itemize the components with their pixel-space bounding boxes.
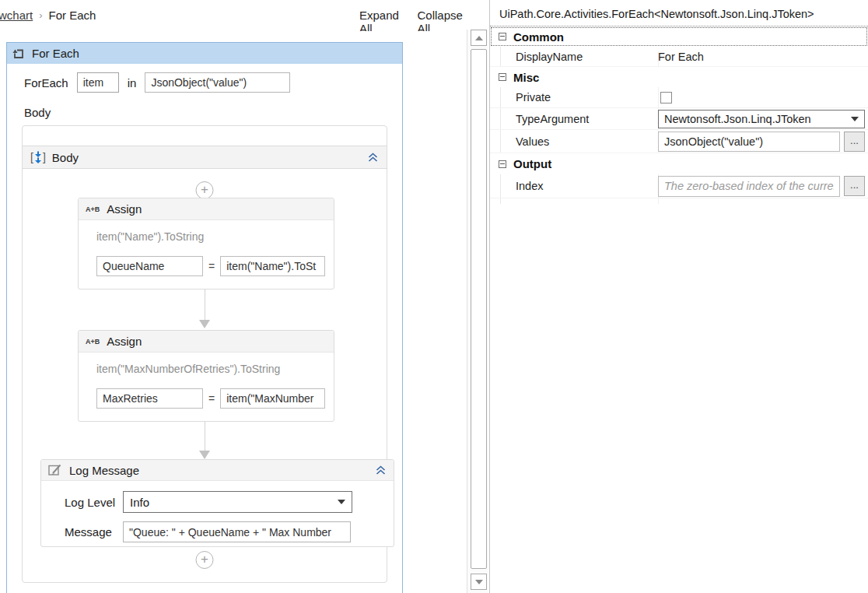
assign1-body: item("Name").ToString =: [79, 220, 334, 276]
triangle-up-icon: [475, 36, 483, 40]
canvas-vertical-scrollbar[interactable]: [467, 30, 488, 593]
collapse-expander-icon[interactable]: [499, 73, 506, 81]
scrollbar-thumb[interactable]: [471, 49, 487, 569]
log-message-input[interactable]: [123, 521, 351, 542]
assign2-to-input[interactable]: [96, 388, 203, 409]
index-input[interactable]: [658, 176, 840, 197]
foreach-body-label: Body: [24, 106, 51, 119]
breadcrumb-flowchart-link[interactable]: wchart: [0, 9, 33, 22]
private-label: Private: [490, 91, 658, 104]
assign-icon: A+B: [86, 338, 100, 346]
uipath-designer: wchart › For Each Expand All Collapse Al…: [0, 0, 868, 593]
connector-arrow: [199, 289, 210, 328]
body-sequence-title: Body: [52, 151, 361, 164]
collapse-chevron-icon[interactable]: [367, 153, 379, 163]
index-ellipsis-button[interactable]: ...: [844, 176, 865, 196]
assign1-to-input[interactable]: [96, 256, 203, 276]
sequence-icon: [ ]: [30, 151, 46, 163]
chevron-down-icon: [338, 500, 345, 504]
foreach-activity[interactable]: For Each ForEach in Body [: [6, 42, 403, 593]
property-row-index: Index ...: [490, 174, 868, 198]
assign2-body: item("MaxNumberOfRetries").ToString =: [79, 353, 334, 409]
connector-arrow: [199, 422, 210, 459]
assign-maxretries-activity[interactable]: A+B Assign item("MaxNumberOfRetries").To…: [78, 330, 334, 422]
foreach-in-label: in: [128, 76, 137, 89]
property-row-typeargument: TypeArgument Newtonsoft.Json.Linq.JToken: [490, 108, 868, 130]
assign-icon: A+B: [86, 205, 100, 213]
values-label: Values: [490, 135, 658, 148]
scroll-up-button[interactable]: [471, 30, 487, 46]
log-message-activity[interactable]: Log Message Log Level Info: [40, 459, 394, 547]
assign1-value-input[interactable]: [220, 256, 325, 276]
triangle-down-icon: [475, 580, 483, 584]
typeargument-label: TypeArgument: [490, 113, 658, 125]
foreach-collection-input[interactable]: [145, 72, 290, 93]
assign1-header[interactable]: A+B Assign: [79, 198, 334, 220]
property-row-displayname: DisplayName For Each: [490, 47, 868, 67]
private-checkbox[interactable]: [660, 92, 672, 104]
collapse-chevron-icon[interactable]: [375, 465, 387, 475]
assign1-equals: =: [208, 260, 215, 272]
property-row-values: Values ...: [490, 130, 868, 153]
foreach-title: For Each: [32, 47, 79, 60]
log-body: Log Level Info Message: [41, 481, 394, 542]
assign1-title: Assign: [107, 202, 327, 216]
collapse-expander-icon[interactable]: [499, 33, 506, 40]
assign2-header[interactable]: A+B Assign: [79, 331, 334, 353]
properties-panel: UiPath.Core.Activities.ForEach<Newtonsof…: [489, 0, 868, 593]
foreach-item-input[interactable]: [77, 72, 119, 93]
assign2-equals: =: [208, 392, 215, 405]
breadcrumb: wchart › For Each: [0, 9, 96, 22]
typeargument-dropdown[interactable]: Newtonsoft.Json.Linq.JToken: [658, 110, 865, 128]
assign2-title: Assign: [107, 335, 327, 348]
values-ellipsis-button[interactable]: ...: [844, 132, 865, 152]
displayname-value[interactable]: For Each: [658, 51, 868, 63]
log-header[interactable]: Log Message: [41, 460, 394, 481]
workflow-canvas: For Each ForEach in Body [: [0, 31, 467, 593]
body-sequence-container[interactable]: [ ] Body: [22, 125, 387, 583]
section-header-misc[interactable]: Misc: [490, 67, 868, 87]
properties-panel-title: UiPath.Core.Activities.ForEach<Newtonsof…: [490, 0, 868, 26]
foreach-header[interactable]: For Each: [7, 43, 402, 64]
assign2-subtitle: item("MaxNumberOfRetries").ToString: [96, 363, 334, 375]
add-activity-button-bottom[interactable]: +: [196, 551, 214, 569]
values-input[interactable]: [658, 132, 840, 152]
section-header-output[interactable]: Output: [490, 153, 868, 174]
log-message-icon: [48, 464, 62, 476]
log-title: Log Message: [69, 464, 368, 477]
log-level-dropdown[interactable]: Info: [123, 491, 352, 513]
foreach-label: ForEach: [24, 76, 68, 89]
scroll-down-button[interactable]: [471, 574, 487, 590]
body-sequence-header[interactable]: [ ] Body: [23, 146, 387, 169]
breadcrumb-separator-icon: ›: [39, 9, 42, 21]
displayname-label: DisplayName: [490, 51, 658, 63]
foreach-loop-icon: [12, 47, 25, 60]
section-header-common[interactable]: Common: [490, 26, 868, 47]
assign2-value-input[interactable]: [220, 388, 325, 409]
breadcrumb-current: For Each: [49, 9, 96, 22]
designer-topbar: wchart › For Each Expand All Collapse Al…: [0, 0, 467, 31]
collapse-expander-icon[interactable]: [499, 160, 506, 168]
index-label: Index: [490, 180, 658, 192]
chevron-down-icon: [851, 117, 859, 121]
add-activity-button-top[interactable]: +: [196, 181, 214, 199]
log-message-label: Message: [65, 525, 123, 539]
foreach-expression-row: ForEach in: [24, 72, 290, 93]
assign1-subtitle: item("Name").ToString: [96, 230, 334, 243]
property-row-private: Private: [490, 87, 868, 108]
log-level-label: Log Level: [65, 496, 123, 509]
assign-queuename-activity[interactable]: A+B Assign item("Name").ToString =: [78, 198, 334, 289]
